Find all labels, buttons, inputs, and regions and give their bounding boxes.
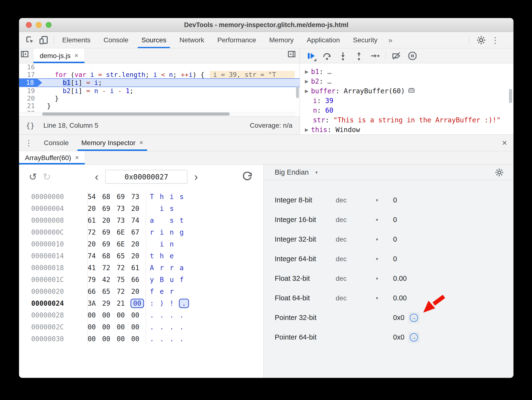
ascii-char[interactable]: : [150,299,160,307]
scope-item-this[interactable]: ▶this: Window [300,125,513,134]
hex-byte[interactable]: 29 [102,299,117,307]
hex-byte[interactable]: 3A [88,299,102,307]
line-number[interactable]: 20 [19,95,42,102]
drawer-close-button[interactable]: × [502,135,507,151]
tab-elements[interactable]: Elements [56,32,97,48]
ascii-char[interactable]: a [180,264,190,272]
device-toolbar-button[interactable] [38,35,49,46]
more-tabs-button[interactable]: » [384,32,397,48]
editor-hscrollbar-thumb[interactable] [42,112,230,116]
hex-byte[interactable]: 61 [131,264,146,272]
mode-select[interactable]: dec [336,275,347,282]
drawer-tab-close-icon[interactable]: × [139,139,143,147]
ascii-char[interactable]: u [170,276,180,284]
ascii-char[interactable]: e [170,252,180,260]
hex-byte[interactable]: 65 [117,252,131,260]
hex-byte[interactable]: 20 [131,240,146,248]
ascii-char[interactable]: T [150,193,160,201]
hex-byte[interactable]: 00 [117,323,131,331]
ascii-char[interactable]: n [170,240,180,248]
hex-byte[interactable]: 20 [102,216,117,224]
main-menu-button[interactable]: ⋮ [491,36,499,44]
hex-byte[interactable]: 00 [131,335,146,343]
ascii-char[interactable]: . [150,323,160,331]
scope-item-buffer[interactable]: ▶buffer: ArrayBuffer(60) [300,86,513,96]
pause-on-exceptions-button[interactable] [406,50,419,62]
editor-vscrollbar-thumb[interactable] [296,87,299,98]
ascii-char[interactable]: ) [160,299,170,307]
tab-application[interactable]: Application [300,32,346,48]
ascii-char[interactable]: B [160,276,170,284]
ascii-char[interactable]: . [160,323,170,331]
pretty-print-button[interactable]: {} [26,121,35,130]
drawer-tab-console[interactable]: Console [38,135,75,151]
hex-byte[interactable]: 20 [131,252,146,260]
mode-dropdown-icon[interactable]: ▾ [376,198,378,203]
step-out-button[interactable] [353,50,365,62]
tree-expand-icon[interactable]: ▶ [302,88,311,94]
hex-byte[interactable]: 72 [117,264,131,272]
ascii-char[interactable]: . [170,311,180,319]
hex-byte[interactable]: 20 [88,240,102,248]
ascii-char[interactable] [150,240,160,248]
hex-byte[interactable]: 69 [117,193,131,201]
hex-byte[interactable]: 68 [102,252,117,260]
tree-expand-icon[interactable]: ▶ [302,69,311,74]
mode-select[interactable]: dec [336,216,347,224]
ascii-char[interactable]: r [150,228,160,236]
tab-console[interactable]: Console [97,32,135,48]
endianness-select[interactable]: Big Endian [275,168,309,176]
mode-select[interactable]: dec [336,236,347,243]
settings-button[interactable] [476,35,487,46]
ascii-char[interactable]: . [180,335,190,343]
hex-byte[interactable]: 6E [117,240,131,248]
tree-expand-icon[interactable]: ▶ [302,79,311,84]
hex-byte[interactable]: 69 [102,228,117,236]
ascii-char[interactable]: . [180,311,190,319]
ascii-char[interactable]: r [160,264,170,272]
ascii-char[interactable]: . [150,311,160,319]
scope-vscrollbar-thumb[interactable] [509,89,512,103]
undo-button[interactable]: ↺ [29,171,37,182]
hex-byte[interactable]: 41 [88,264,102,272]
hex-byte[interactable]: 00 [131,299,143,307]
hex-byte[interactable]: 61 [88,216,102,224]
ascii-char[interactable]: s [170,205,180,213]
ascii-char[interactable] [180,288,190,296]
line-number[interactable]: 21 [19,102,42,110]
hex-byte[interactable]: 68 [102,193,117,201]
scope-item-n[interactable]: n: 60 [300,105,513,115]
tree-expand-icon[interactable]: ▶ [302,127,311,132]
ascii-char[interactable]: . [160,311,170,319]
ascii-char[interactable]: i [160,228,170,236]
hex-byte[interactable]: 74 [88,252,102,260]
ascii-char[interactable]: r [170,264,180,272]
hex-byte[interactable]: 72 [117,288,131,296]
hex-byte[interactable]: 6E [117,228,131,236]
redo-button[interactable]: ↻ [43,171,51,182]
hex-byte[interactable]: 00 [131,323,146,331]
tab-performance[interactable]: Performance [211,32,263,48]
line-number[interactable]: 16 [19,63,42,71]
mode-dropdown-icon[interactable]: ▾ [376,296,378,301]
hex-byte[interactable]: 73 [117,216,131,224]
mode-dropdown-icon[interactable]: ▾ [376,217,378,222]
ascii-char[interactable]: t [150,252,160,260]
scope-item-str[interactable]: str: "This is a string in the ArrayBuffe… [300,115,513,125]
ascii-char[interactable]: . [170,323,180,331]
mode-select[interactable]: dec [336,294,347,302]
ascii-char[interactable]: r [170,288,180,296]
ascii-char[interactable] [180,205,190,213]
ascii-char[interactable]: t [180,216,190,224]
hex-byte[interactable]: 72 [88,228,102,236]
ascii-char[interactable]: s [170,216,180,224]
hex-byte[interactable]: 00 [102,323,117,331]
hex-byte[interactable]: 00 [102,335,117,343]
hex-byte[interactable]: 73 [117,205,131,213]
interpreter-settings-button[interactable] [495,168,504,177]
hex-byte[interactable]: 00 [102,311,117,319]
mode-dropdown-icon[interactable]: ▾ [376,276,378,281]
ascii-char[interactable] [150,205,160,213]
step-into-button[interactable] [337,50,349,62]
hex-byte[interactable]: 66 [88,288,102,296]
